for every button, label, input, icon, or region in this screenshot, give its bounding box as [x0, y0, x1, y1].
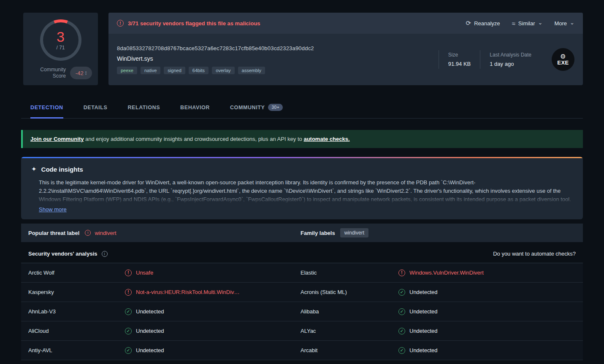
threat-warning-icon: !	[85, 230, 91, 236]
show-more-link[interactable]: Show more	[39, 206, 67, 213]
vendor-status: ✓ Undetected	[125, 347, 301, 354]
code-insights-body: This is the legitimate kernel-mode drive…	[39, 178, 572, 204]
alert-icon: !	[125, 289, 132, 296]
tag-overlay[interactable]: overlay	[212, 67, 234, 74]
threat-value[interactable]: ! windivert	[85, 230, 116, 236]
community-banner: Join our Community and enjoy additional …	[21, 130, 583, 148]
detection-total: / 71	[56, 45, 65, 51]
popular-threat-label: Popular threat label	[28, 230, 79, 236]
file-hash[interactable]: 8da085332782708d8767bcace5327a6ec7283c17…	[117, 45, 314, 51]
similar-button[interactable]: ≈ Similar ⌄	[512, 20, 543, 27]
table-row: AhnLab-V3 ✓ Undetected Alibaba ✓ Undetec…	[21, 302, 583, 321]
check-icon: ✓	[398, 347, 405, 354]
date-value: 1 day ago	[490, 61, 531, 67]
vendor-status: ✓ Undetected	[398, 347, 583, 354]
date-label: Last Analysis Date	[490, 52, 531, 58]
size-value: 91.94 KB	[448, 61, 471, 67]
info-icon[interactable]: i	[102, 251, 108, 257]
file-name: WinDivert.sys	[117, 55, 314, 62]
detection-count: 3	[57, 30, 65, 44]
tag-peexe[interactable]: peexe	[117, 67, 137, 74]
similar-icon: ≈	[512, 20, 515, 27]
alert-icon: !	[398, 270, 405, 276]
file-header-panel: ! 3/71 security vendors flagged this fil…	[108, 13, 583, 85]
tab-community[interactable]: COMMUNITY 30+	[230, 98, 283, 119]
vendor-name: AliCloud	[28, 328, 125, 334]
vendor-status: ✓ Undetected	[125, 328, 301, 334]
vendor-status: ! Not-a-virus:HEUR:RiskTool.Multi.WinDiv…	[125, 289, 301, 296]
tag-64bits[interactable]: 64bits	[189, 67, 209, 74]
table-row: Arctic Wolf ! Unsafe Elastic ! Windows.V…	[21, 263, 583, 283]
vendor-name: Alibaba	[301, 308, 398, 315]
tab-detection[interactable]: DETECTION	[30, 98, 63, 119]
vendor-status: ✓ Undetected	[398, 289, 583, 296]
analysis-title: Security vendors' analysis	[28, 251, 98, 257]
file-type-label: EXE	[557, 59, 569, 66]
warning-bar: ! 3/71 security vendors flagged this fil…	[108, 13, 583, 34]
tag-assembly[interactable]: assembly	[238, 67, 265, 74]
threat-label-bar: Popular threat label ! windivert Family …	[21, 224, 583, 242]
tag-native[interactable]: native	[141, 67, 160, 74]
community-score-value: -42	[76, 70, 84, 76]
check-icon: ✓	[398, 308, 405, 315]
check-icon: ✓	[125, 328, 132, 334]
detection-score-card: 3 / 71 Community Score -42 ▴ ▾	[23, 13, 98, 85]
banner-text: and enjoy additional community insights …	[84, 136, 303, 142]
warning-text: 3/71 security vendors flagged this file …	[128, 20, 260, 27]
vendors-table: Arctic Wolf ! Unsafe Elastic ! Windows.V…	[21, 263, 583, 360]
tab-bar: DETECTION DETAILS RELATIONS BEHAVIOR COM…	[21, 98, 583, 119]
check-icon: ✓	[398, 289, 405, 296]
automate-checks-prompt[interactable]: Do you want to automate checks?	[493, 251, 576, 257]
vendor-status: ✓ Undetected	[125, 308, 301, 315]
check-icon: ✓	[125, 308, 132, 315]
top-section: 3 / 71 Community Score -42 ▴ ▾ ! 3/71 se…	[23, 13, 583, 85]
vendor-status: ✓ Undetected	[398, 328, 583, 334]
file-type-icon: ⚙ EXE	[552, 48, 574, 71]
vendor-name: AhnLab-V3	[28, 308, 125, 315]
automate-checks-link[interactable]: automate checks.	[303, 136, 349, 142]
table-row: Antiy-AVL ✓ Undetected Arcabit ✓ Undetec…	[21, 341, 583, 360]
alert-icon: !	[125, 270, 132, 276]
community-score-label: Community Score	[29, 67, 66, 79]
file-size-block: Size 91.94 KB	[439, 50, 480, 69]
vendor-name: Arcabit	[301, 347, 398, 353]
family-label-badge[interactable]: windivert	[340, 228, 368, 237]
tab-relations[interactable]: RELATIONS	[127, 98, 160, 119]
analysis-date-block: Last Analysis Date 1 day ago	[480, 50, 541, 69]
check-icon: ✓	[125, 347, 132, 354]
family-labels-label: Family labels	[301, 230, 335, 236]
analysis-header: Security vendors' analysis i Do you want…	[21, 251, 583, 263]
code-insights-panel: ✦ Code insights This is the legitimate k…	[21, 157, 583, 219]
more-button[interactable]: More ⌄	[554, 20, 574, 27]
chevron-down-icon: ⌄	[538, 19, 543, 26]
size-label: Size	[448, 52, 471, 58]
table-row: Kaspersky ! Not-a-virus:HEUR:RiskTool.Mu…	[21, 283, 583, 302]
vendor-name: ALYac	[301, 328, 398, 334]
tag-signed[interactable]: signed	[164, 67, 185, 74]
tab-behavior[interactable]: BEHAVIOR	[180, 98, 210, 119]
sparkle-icon: ✦	[31, 165, 37, 173]
vendor-name: Antiy-AVL	[28, 347, 125, 353]
tab-details[interactable]: DETAILS	[84, 98, 108, 119]
reanalyze-button[interactable]: ⟳ Reanalyze	[466, 19, 500, 27]
check-icon: ✓	[398, 328, 405, 334]
community-score-stepper[interactable]: ▴ ▾	[85, 70, 87, 75]
join-community-link[interactable]: Join our Community	[30, 136, 84, 142]
vendor-name: Kaspersky	[28, 289, 125, 295]
vendor-status: ✓ Undetected	[398, 308, 583, 315]
table-row: AliCloud ✓ Undetected ALYac ✓ Undetected	[21, 321, 583, 341]
step-down-icon[interactable]: ▾	[85, 73, 87, 75]
gear-icon: ⚙	[560, 54, 566, 59]
vendor-name: Elastic	[301, 270, 398, 276]
community-score-pill[interactable]: -42 ▴ ▾	[70, 67, 92, 79]
chevron-down-icon: ⌄	[570, 19, 574, 26]
vendor-name: Arctic Wolf	[28, 270, 125, 276]
reanalyze-icon: ⟳	[466, 19, 471, 27]
vendor-status: ! Unsafe	[125, 270, 301, 276]
vendor-status: ! Windows.VulnDriver.WinDivert	[398, 270, 583, 276]
community-count-badge: 30+	[268, 104, 283, 111]
warning-icon: !	[117, 20, 124, 27]
code-insights-title: Code insights	[41, 166, 83, 173]
vendor-name: Acronis (Static ML)	[301, 289, 398, 295]
tag-row: peexe native signed 64bits overlay assem…	[117, 67, 314, 74]
